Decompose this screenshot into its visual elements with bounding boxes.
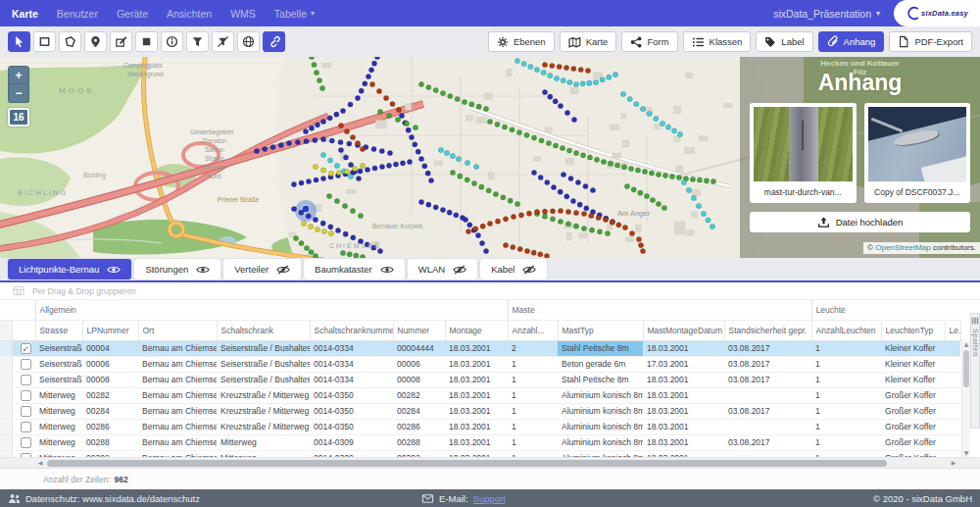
stop-tool-button[interactable] (135, 31, 158, 52)
cell[interactable]: 18.03.2001 (643, 420, 724, 435)
cell[interactable]: 1 (508, 388, 558, 404)
cell[interactable]: 1 (508, 435, 558, 451)
cell[interactable]: Bernau am Chiemsee (138, 404, 217, 420)
cell[interactable]: Aluminium konisch 8m (558, 435, 643, 451)
cell[interactable]: 1 (508, 373, 558, 388)
anhang-button[interactable]: Anhang (818, 31, 885, 52)
cell[interactable]: Beton gerade 6m (558, 357, 643, 373)
tab-störungen[interactable]: Störungen (134, 259, 220, 279)
nav-item-wms[interactable]: WMS (230, 8, 256, 20)
column-header[interactable]: Anzahl... (508, 321, 558, 341)
form-button[interactable]: Form (621, 31, 677, 52)
cell[interactable]: 18.03.2001 (445, 357, 508, 373)
cell[interactable] (945, 341, 960, 357)
map-canvas[interactable]: MOOSCampingplatzMariengrundGewerbegebiet… (0, 57, 980, 258)
cell[interactable]: 00284 (393, 404, 445, 420)
nav-item-geräte[interactable]: Geräte (117, 8, 148, 20)
table-row[interactable]: Mitterweg00286Bernau am ChiemseeKreuzstr… (0, 420, 960, 435)
cell[interactable] (724, 388, 811, 404)
column-header[interactable]: Standsicherheit gepr. (724, 321, 811, 341)
support-link[interactable]: Support (473, 493, 506, 504)
cell[interactable]: 0014-0350 (310, 404, 393, 420)
cell[interactable]: 00008 (393, 373, 445, 388)
hscroll-thumb[interactable] (47, 460, 887, 467)
eye-icon[interactable] (196, 265, 210, 275)
cell[interactable]: 17.03.2001 (643, 357, 724, 373)
cell[interactable] (945, 388, 960, 404)
column-header[interactable]: LeuchtenTyp (881, 321, 945, 341)
cell[interactable]: Bernau am Chiemsee (138, 341, 217, 357)
cell[interactable]: Aluminium konisch 8m (558, 420, 643, 435)
cell[interactable]: 0014-0350 (310, 420, 393, 435)
cell[interactable]: Kleiner Koffer (881, 357, 945, 373)
column-header[interactable]: MastTyp (558, 321, 643, 341)
cell[interactable]: 18.03.2001 (643, 341, 724, 357)
group-hint-row[interactable]: Per Drag & Drop gruppieren (0, 282, 980, 300)
cell[interactable]: Großer Koffer (881, 404, 945, 420)
cell[interactable]: Aluminium konisch 8m (558, 404, 643, 420)
nav-item-tabelle[interactable]: Tabelle▾ (274, 8, 315, 20)
edit-tool-button[interactable] (110, 31, 132, 52)
filter-off-tool-button[interactable] (212, 31, 234, 52)
tab-wlan[interactable]: WLAN (408, 259, 477, 279)
cell[interactable]: 18.03.2001 (445, 435, 508, 451)
table-row[interactable]: Seiserstraße00008Bernau am ChiemseeSeise… (0, 373, 960, 388)
privacy-link[interactable]: Datenschutz: www.sixdata.de/datenschutz (25, 493, 200, 504)
cell[interactable]: 03.08.2017 (724, 373, 811, 388)
cell[interactable] (945, 357, 960, 373)
cell[interactable]: Mitterweg (35, 404, 82, 420)
globe-tool-button[interactable] (237, 31, 260, 52)
cell[interactable]: 1 (811, 357, 881, 373)
cell[interactable]: 1 (508, 404, 558, 420)
cell[interactable] (724, 420, 811, 435)
cell[interactable]: 18.03.2001 (643, 435, 724, 451)
info-tool-button[interactable] (161, 31, 183, 52)
table-row[interactable]: Mitterweg00284Bernau am ChiemseeKreuzstr… (0, 404, 960, 420)
cell[interactable]: Kreuzstraße / Mitterweg (217, 388, 310, 404)
cell[interactable]: Mitterweg (35, 388, 82, 404)
cell[interactable] (945, 435, 960, 451)
cell[interactable]: 00288 (393, 435, 445, 451)
cell[interactable]: 00008 (82, 373, 138, 388)
table-row[interactable]: Mitterweg00282Bernau am ChiemseeKreuzstr… (0, 388, 960, 404)
cell[interactable]: 1 (811, 404, 881, 420)
vertical-scrollbar[interactable]: ▲ ▼ (961, 339, 970, 457)
cell[interactable]: 0014-0350 (310, 388, 393, 404)
cell[interactable]: Seiserstraße (35, 357, 82, 373)
scroll-left-icon[interactable]: ◀ (35, 458, 45, 468)
cell[interactable] (945, 373, 960, 388)
eye-off-icon[interactable] (453, 265, 466, 275)
marker-tool-button[interactable] (84, 31, 107, 52)
cell[interactable]: 18.03.2001 (643, 388, 724, 404)
cell[interactable]: 18.03.2001 (445, 388, 508, 404)
row-checkbox[interactable]: ✓ (21, 343, 31, 354)
cell[interactable] (945, 404, 960, 420)
cell[interactable]: Kleiner Koffer (881, 341, 945, 357)
link-tool-button[interactable] (263, 31, 285, 52)
cell[interactable]: 0014-0334 (310, 357, 393, 373)
nav-item-benutzer[interactable]: Benutzer (57, 8, 98, 20)
cell[interactable]: 1 (811, 341, 881, 357)
table-row[interactable]: Seiserstraße00006Bernau am ChiemseeSeise… (0, 357, 960, 373)
cell[interactable]: 18.03.2001 (445, 404, 508, 420)
horizontal-scrollbar[interactable]: ◀ ▶ (0, 457, 980, 468)
pointer-tool-button[interactable] (8, 31, 30, 52)
cell[interactable]: 0014-0309 (310, 435, 393, 451)
cell[interactable]: 0014-0334 (310, 341, 393, 357)
eye-off-icon[interactable] (276, 265, 290, 275)
cell[interactable]: 03.08.2017 (724, 357, 811, 373)
column-header[interactable]: Strasse (35, 321, 82, 341)
eye-off-icon[interactable] (522, 265, 536, 275)
cell[interactable]: 00006 (393, 357, 445, 373)
cell[interactable]: Großer Koffer (881, 420, 945, 435)
polygon-select-tool-button[interactable] (59, 31, 81, 52)
ebenen-button[interactable]: Ebenen (488, 31, 555, 52)
table-row[interactable]: ✓Seiserstraße00004Bernau am ChiemseeSeis… (0, 341, 960, 357)
cell[interactable]: Seiserstraße / Bushaltestelle (217, 373, 310, 388)
cell[interactable]: Bernau am Chiemsee (138, 357, 217, 373)
cell[interactable]: Seiserstraße (35, 341, 82, 357)
rect-select-tool-button[interactable] (33, 31, 56, 52)
cell[interactable]: Großer Koffer (881, 388, 945, 404)
eye-icon[interactable] (107, 265, 121, 275)
karte-button[interactable]: Karte (560, 31, 617, 52)
